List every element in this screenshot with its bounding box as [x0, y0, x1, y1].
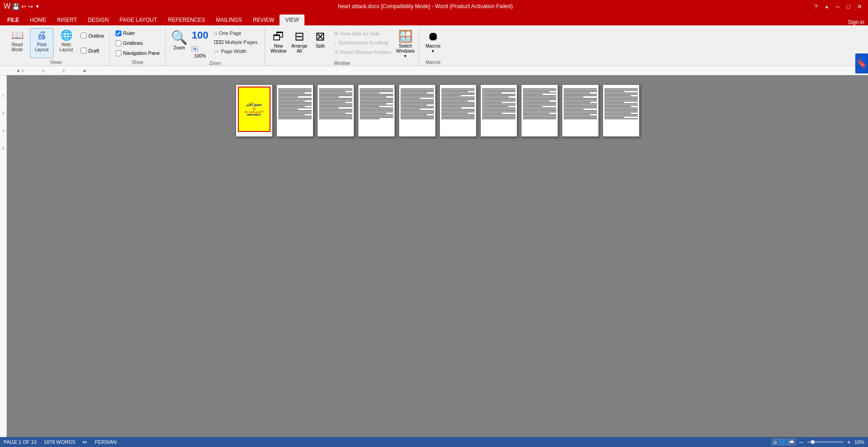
ribbon: 📖 Read Mode 🖨 PrintLayout 🌐 WebLayout Ou… — [0, 25, 868, 66]
ribbon-group-zoom: 🔍 Zoom 100% 100% □ One Page — [166, 27, 265, 66]
table-row[interactable]: تحقیق آنلاین بازار با کمترین قیمت بازار … — [236, 84, 273, 137]
outline-check-input[interactable] — [81, 33, 87, 39]
ruler-check-input[interactable] — [116, 30, 121, 36]
outline-label: Outline — [88, 33, 104, 39]
reset-window-icon: ↺ — [334, 49, 338, 55]
window-options: ⧉ View Side by Side ↕ Synchronous Scroll… — [331, 28, 395, 58]
reset-window-position-button[interactable]: ↺ Reset Window Position — [331, 48, 395, 56]
split-button[interactable]: ⊠ Split — [310, 28, 330, 50]
arrange-all-button[interactable]: ⊟ ArrangeAll — [289, 28, 309, 55]
zoom-100-icon: 100% — [192, 29, 208, 53]
zoom-in-button[interactable]: + — [847, 438, 851, 446]
status-bar-right: ▤ 🌐 📖 ─ + 10% — [772, 438, 864, 446]
show-options: Ruler Gridlines Navigation Pane — [114, 28, 162, 58]
arrange-all-label: ArrangeAll — [291, 44, 308, 53]
table-row[interactable] — [480, 84, 517, 137]
table-row[interactable] — [358, 84, 395, 137]
web-layout-button[interactable]: 🌐 WebLayout — [54, 28, 78, 58]
macros-icon: ⏺ — [427, 29, 439, 44]
document-area[interactable]: تحقیق آنلاین بازار با کمترین قیمت بازار … — [7, 75, 868, 437]
zoom-group-label: Zoom — [169, 60, 261, 67]
tab-page-layout[interactable]: PAGE LAYOUT — [114, 15, 163, 25]
table-row[interactable] — [603, 84, 640, 137]
outline-checkbox[interactable]: Outline — [79, 32, 106, 39]
draft-checkbox[interactable]: Draft — [79, 47, 106, 54]
tab-references[interactable]: REFERENCES — [163, 15, 211, 25]
gridlines-checkbox[interactable]: Gridlines — [114, 39, 162, 47]
print-view-icon[interactable]: ▤ — [772, 439, 779, 445]
web-view-icon[interactable]: 🌐 — [780, 439, 787, 445]
tab-review[interactable]: REVIEW — [247, 15, 280, 25]
tab-design[interactable]: DESIGN — [82, 15, 114, 25]
left-ruler: 2 4 6 8 — [0, 75, 7, 437]
view-side-by-side-button[interactable]: ⧉ View Side by Side — [331, 29, 395, 38]
zoom-100-button[interactable]: 100% 100% — [190, 28, 210, 60]
window-title: heart attack.docx [Compatibility Mode] -… — [40, 3, 811, 10]
zoom-level: 10% — [854, 439, 864, 445]
table-row[interactable] — [399, 84, 436, 137]
window-content: 🗗 NewWindow ⊟ ArrangeAll ⊠ Split ⧉ View … — [269, 28, 415, 60]
switch-windows-button[interactable]: 🪟 SwitchWindows ▾ — [395, 28, 415, 60]
synchronous-scrolling-icon: ↕ — [334, 40, 337, 45]
zoom-100-label: 100% — [194, 53, 206, 58]
cover-content: تحقیق آنلاین بازار با کمترین قیمت بازار … — [238, 87, 270, 132]
help-icon[interactable]: ? — [811, 1, 821, 11]
bookmark-icon[interactable]: 🔖 — [855, 53, 868, 73]
nav-pane-check-input[interactable] — [116, 50, 121, 56]
one-page-button[interactable]: □ One Page — [211, 29, 261, 37]
gridlines-label: Gridlines — [123, 40, 143, 46]
one-page-icon: □ — [214, 30, 217, 36]
zoom-slider-thumb — [811, 440, 815, 444]
print-layout-button[interactable]: 🖨 PrintLayout — [30, 28, 53, 58]
tab-home[interactable]: HOME — [24, 15, 52, 25]
print-layout-icon: 🖨 — [37, 29, 47, 41]
table-row[interactable] — [439, 84, 477, 137]
redo-icon[interactable]: ↪ — [28, 3, 33, 10]
read-mode-button[interactable]: 📖 Read Mode — [5, 28, 29, 58]
tab-insert[interactable]: INSERT — [52, 15, 82, 25]
macros-button[interactable]: ⏺ Macros ▾ — [423, 28, 443, 55]
language: PERSIAN — [95, 439, 116, 445]
cover-phone: 09381366674 — [247, 113, 261, 116]
new-window-label: NewWindow — [270, 44, 287, 53]
nav-pane-checkbox[interactable]: Navigation Pane — [114, 49, 162, 57]
word-logo-icon: W — [4, 2, 10, 10]
ribbon-group-views: 📖 Read Mode 🖨 PrintLayout 🌐 WebLayout Ou… — [2, 27, 110, 66]
tab-mailings[interactable]: MAILINGS — [211, 15, 247, 25]
table-row[interactable] — [521, 84, 558, 137]
ribbon-toggle-icon[interactable]: ▲ — [822, 1, 832, 11]
synchronous-scrolling-button[interactable]: ↕ Synchronous Scrolling — [331, 39, 395, 47]
minimize-icon[interactable]: ─ — [833, 1, 843, 11]
tab-file[interactable]: FILE — [2, 15, 24, 25]
save-icon[interactable]: 💾 — [12, 3, 19, 10]
main-area: 2 4 6 8 تحقیق آنلاین بازار با کمترین قیم… — [0, 75, 868, 437]
macros-content: ⏺ Macros ▾ — [423, 28, 443, 59]
table-row[interactable] — [317, 84, 354, 137]
close-icon[interactable]: ✕ — [854, 1, 864, 11]
ruler-arrow-left: ◄ — [16, 68, 20, 73]
edit-doc-icon[interactable]: ✏ — [82, 439, 87, 446]
customize-icon[interactable]: ▼ — [35, 4, 40, 9]
read-view-icon[interactable]: 📖 — [788, 439, 796, 445]
table-row[interactable] — [562, 84, 599, 137]
table-row[interactable] — [276, 84, 313, 137]
gridlines-check-input[interactable] — [116, 40, 121, 46]
window-group-label: Window — [269, 60, 415, 67]
new-window-button[interactable]: 🗗 NewWindow — [269, 28, 289, 55]
maximize-icon[interactable]: □ — [844, 1, 854, 11]
cover-subtitle-2: با کمترین قیمت بازار — [244, 110, 263, 113]
zoom-out-button[interactable]: ─ — [799, 438, 804, 446]
show-content: Ruler Gridlines Navigation Pane — [114, 28, 162, 59]
ruler-checkbox[interactable]: Ruler — [114, 29, 162, 37]
view-side-by-side-icon: ⧉ — [334, 30, 338, 36]
sign-in-button[interactable]: Sign in — [848, 19, 868, 25]
page-text-content — [399, 85, 435, 121]
tab-view[interactable]: VIEW — [280, 15, 304, 25]
zoom-slider[interactable] — [807, 441, 844, 443]
page-text-content — [358, 85, 395, 121]
page-width-button[interactable]: ↔ Page Width — [211, 47, 261, 55]
zoom-button[interactable]: 🔍 Zoom — [169, 28, 189, 52]
draft-check-input[interactable] — [81, 48, 87, 53]
multiple-pages-button[interactable]: Multiple Pages — [211, 38, 261, 46]
undo-icon[interactable]: ↩ — [21, 3, 26, 10]
